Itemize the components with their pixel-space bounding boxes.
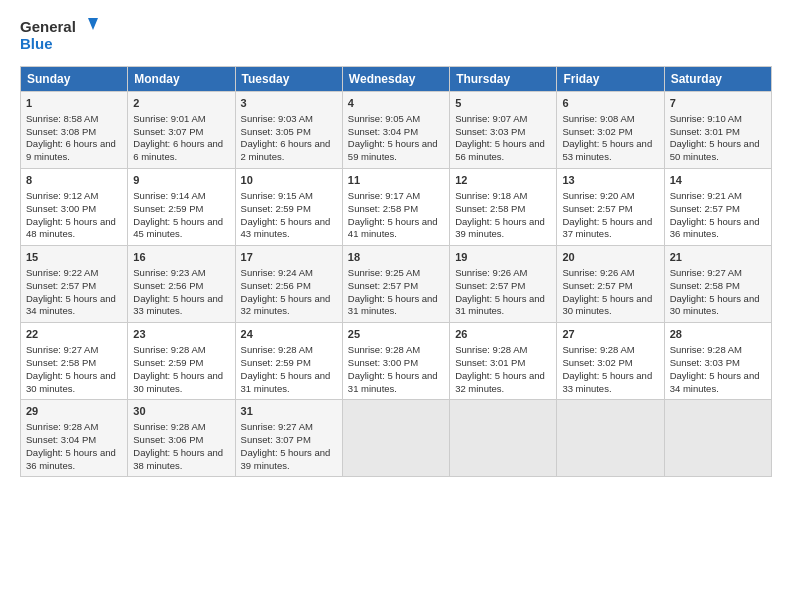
day-cell: 9Sunrise: 9:14 AMSunset: 2:59 PMDaylight… — [128, 169, 235, 246]
col-header-sunday: Sunday — [21, 67, 128, 92]
day-number: 18 — [348, 250, 444, 265]
sunset: Sunset: 2:57 PM — [455, 280, 525, 291]
svg-text:Blue: Blue — [20, 35, 53, 52]
daylight: Daylight: 5 hours and 30 minutes. — [670, 293, 760, 317]
daylight: Daylight: 5 hours and 34 minutes. — [26, 293, 116, 317]
day-number: 4 — [348, 96, 444, 111]
sunrise: Sunrise: 9:28 AM — [133, 344, 205, 355]
daylight: Daylight: 5 hours and 31 minutes. — [348, 293, 438, 317]
day-cell: 31Sunrise: 9:27 AMSunset: 3:07 PMDayligh… — [235, 400, 342, 477]
sunrise: Sunrise: 9:22 AM — [26, 267, 98, 278]
day-number: 29 — [26, 404, 122, 419]
day-cell: 27Sunrise: 9:28 AMSunset: 3:02 PMDayligh… — [557, 323, 664, 400]
day-cell — [450, 400, 557, 477]
day-number: 30 — [133, 404, 229, 419]
sunset: Sunset: 3:03 PM — [670, 357, 740, 368]
day-cell: 11Sunrise: 9:17 AMSunset: 2:58 PMDayligh… — [342, 169, 449, 246]
daylight: Daylight: 5 hours and 39 minutes. — [241, 447, 331, 471]
day-number: 13 — [562, 173, 658, 188]
sunrise: Sunrise: 9:26 AM — [455, 267, 527, 278]
sunset: Sunset: 2:56 PM — [133, 280, 203, 291]
sunrise: Sunrise: 9:28 AM — [562, 344, 634, 355]
sunrise: Sunrise: 9:08 AM — [562, 113, 634, 124]
sunrise: Sunrise: 9:28 AM — [26, 421, 98, 432]
day-number: 21 — [670, 250, 766, 265]
col-header-thursday: Thursday — [450, 67, 557, 92]
day-cell: 3Sunrise: 9:03 AMSunset: 3:05 PMDaylight… — [235, 92, 342, 169]
week-row-3: 15Sunrise: 9:22 AMSunset: 2:57 PMDayligh… — [21, 246, 772, 323]
sunset: Sunset: 3:04 PM — [348, 126, 418, 137]
daylight: Daylight: 5 hours and 30 minutes. — [26, 370, 116, 394]
day-number: 14 — [670, 173, 766, 188]
day-cell: 24Sunrise: 9:28 AMSunset: 2:59 PMDayligh… — [235, 323, 342, 400]
sunrise: Sunrise: 9:07 AM — [455, 113, 527, 124]
daylight: Daylight: 5 hours and 53 minutes. — [562, 138, 652, 162]
sunset: Sunset: 2:57 PM — [348, 280, 418, 291]
day-number: 9 — [133, 173, 229, 188]
daylight: Daylight: 5 hours and 30 minutes. — [133, 370, 223, 394]
sunset: Sunset: 2:57 PM — [670, 203, 740, 214]
day-cell: 2Sunrise: 9:01 AMSunset: 3:07 PMDaylight… — [128, 92, 235, 169]
sunset: Sunset: 2:58 PM — [348, 203, 418, 214]
sunrise: Sunrise: 9:28 AM — [241, 344, 313, 355]
day-number: 25 — [348, 327, 444, 342]
day-cell: 8Sunrise: 9:12 AMSunset: 3:00 PMDaylight… — [21, 169, 128, 246]
day-cell: 29Sunrise: 9:28 AMSunset: 3:04 PMDayligh… — [21, 400, 128, 477]
day-number: 16 — [133, 250, 229, 265]
day-cell: 30Sunrise: 9:28 AMSunset: 3:06 PMDayligh… — [128, 400, 235, 477]
week-row-1: 1Sunrise: 8:58 AMSunset: 3:08 PMDaylight… — [21, 92, 772, 169]
day-cell: 21Sunrise: 9:27 AMSunset: 2:58 PMDayligh… — [664, 246, 771, 323]
day-cell: 22Sunrise: 9:27 AMSunset: 2:58 PMDayligh… — [21, 323, 128, 400]
daylight: Daylight: 5 hours and 31 minutes. — [348, 370, 438, 394]
day-cell: 12Sunrise: 9:18 AMSunset: 2:58 PMDayligh… — [450, 169, 557, 246]
day-number: 22 — [26, 327, 122, 342]
day-number: 11 — [348, 173, 444, 188]
sunrise: Sunrise: 9:27 AM — [26, 344, 98, 355]
col-header-saturday: Saturday — [664, 67, 771, 92]
sunrise: Sunrise: 9:28 AM — [133, 421, 205, 432]
daylight: Daylight: 5 hours and 56 minutes. — [455, 138, 545, 162]
day-number: 5 — [455, 96, 551, 111]
week-row-5: 29Sunrise: 9:28 AMSunset: 3:04 PMDayligh… — [21, 400, 772, 477]
sunset: Sunset: 2:57 PM — [26, 280, 96, 291]
day-cell: 16Sunrise: 9:23 AMSunset: 2:56 PMDayligh… — [128, 246, 235, 323]
sunrise: Sunrise: 9:20 AM — [562, 190, 634, 201]
sunrise: Sunrise: 9:03 AM — [241, 113, 313, 124]
sunrise: Sunrise: 9:15 AM — [241, 190, 313, 201]
daylight: Daylight: 6 hours and 2 minutes. — [241, 138, 331, 162]
daylight: Daylight: 5 hours and 33 minutes. — [133, 293, 223, 317]
day-cell: 17Sunrise: 9:24 AMSunset: 2:56 PMDayligh… — [235, 246, 342, 323]
sunrise: Sunrise: 9:27 AM — [241, 421, 313, 432]
svg-marker-2 — [88, 18, 98, 30]
day-number: 28 — [670, 327, 766, 342]
daylight: Daylight: 5 hours and 45 minutes. — [133, 216, 223, 240]
sunset: Sunset: 2:57 PM — [562, 203, 632, 214]
sunrise: Sunrise: 9:23 AM — [133, 267, 205, 278]
sunset: Sunset: 2:59 PM — [241, 357, 311, 368]
week-row-2: 8Sunrise: 9:12 AMSunset: 3:00 PMDaylight… — [21, 169, 772, 246]
day-cell — [342, 400, 449, 477]
day-cell: 6Sunrise: 9:08 AMSunset: 3:02 PMDaylight… — [557, 92, 664, 169]
day-number: 2 — [133, 96, 229, 111]
daylight: Daylight: 5 hours and 37 minutes. — [562, 216, 652, 240]
sunset: Sunset: 3:06 PM — [133, 434, 203, 445]
day-number: 19 — [455, 250, 551, 265]
logo: GeneralBlue — [20, 16, 100, 56]
sunrise: Sunrise: 9:28 AM — [348, 344, 420, 355]
sunset: Sunset: 3:00 PM — [348, 357, 418, 368]
day-cell: 15Sunrise: 9:22 AMSunset: 2:57 PMDayligh… — [21, 246, 128, 323]
sunset: Sunset: 3:02 PM — [562, 357, 632, 368]
sunrise: Sunrise: 9:12 AM — [26, 190, 98, 201]
col-header-monday: Monday — [128, 67, 235, 92]
daylight: Daylight: 6 hours and 6 minutes. — [133, 138, 223, 162]
header: GeneralBlue — [20, 16, 772, 56]
daylight: Daylight: 5 hours and 31 minutes. — [455, 293, 545, 317]
day-number: 27 — [562, 327, 658, 342]
day-cell: 1Sunrise: 8:58 AMSunset: 3:08 PMDaylight… — [21, 92, 128, 169]
day-number: 15 — [26, 250, 122, 265]
day-number: 26 — [455, 327, 551, 342]
sunrise: Sunrise: 9:26 AM — [562, 267, 634, 278]
daylight: Daylight: 5 hours and 36 minutes. — [26, 447, 116, 471]
day-cell: 14Sunrise: 9:21 AMSunset: 2:57 PMDayligh… — [664, 169, 771, 246]
sunset: Sunset: 3:08 PM — [26, 126, 96, 137]
